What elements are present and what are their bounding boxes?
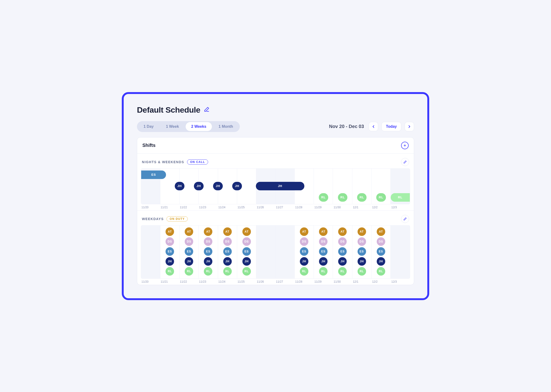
date-label: 11/28 (295, 206, 314, 209)
segment-option[interactable]: 2 Weeks (186, 122, 212, 131)
person-chip[interactable]: DS (319, 237, 327, 246)
person-chip[interactable]: JH (300, 257, 308, 266)
date-label: 11/24 (218, 206, 237, 209)
edit-title-icon[interactable] (204, 106, 210, 113)
shift-segment[interactable]: RL (357, 193, 367, 202)
app-frame: Default Schedule 1 Day1 Week2 Weeks1 Mon… (122, 92, 429, 300)
section-weekdays: WEEKDAYS ON DUTY ATDSESJHRLATDSESJHRLATD… (137, 211, 414, 285)
date-label: 11/24 (218, 280, 237, 283)
edit-section-button[interactable] (401, 215, 409, 223)
date-label: 11/23 (199, 280, 218, 283)
shift-segment[interactable]: JH (175, 182, 184, 190)
date-label: 11/30 (333, 280, 352, 283)
section-nights-weekends: NIGHTS & WEEKENDS ON CALL ESJHJHJHJHJHRL… (137, 154, 414, 211)
person-chip[interactable]: AT (358, 227, 366, 236)
section-title: NIGHTS & WEEKENDS (142, 160, 184, 164)
shift-segment[interactable]: ES (141, 170, 166, 179)
shift-segment[interactable]: JH (232, 182, 242, 190)
date-label: 11/22 (180, 206, 199, 209)
person-chip[interactable]: RL (204, 267, 212, 276)
day-column: ATDSESJHRL (218, 225, 237, 278)
date-labels: 11/2011/2111/2211/2311/2411/2511/2611/27… (141, 206, 410, 209)
person-chip[interactable]: RL (319, 267, 327, 276)
day-column: ATDSESJHRL (352, 225, 371, 278)
today-button[interactable]: Today (381, 122, 401, 131)
person-chip[interactable]: DS (300, 237, 308, 246)
person-chip[interactable]: DS (358, 237, 366, 246)
person-chip[interactable]: ES (166, 247, 174, 256)
section-title: WEEKDAYS (142, 217, 164, 221)
controls-row: 1 Day1 Week2 Weeks1 Month Nov 20 - Dec 0… (137, 121, 414, 132)
shift-segment[interactable]: JH (194, 182, 204, 190)
shift-segment[interactable]: JH (213, 182, 223, 190)
person-chip[interactable]: JH (185, 257, 193, 266)
person-chip[interactable]: JH (338, 257, 347, 266)
person-chip[interactable]: ES (338, 247, 347, 256)
person-chip[interactable]: RL (185, 267, 193, 276)
day-column: ATDSESJHRL (180, 225, 199, 278)
person-chip[interactable]: ES (223, 247, 232, 256)
person-chip[interactable]: ES (319, 247, 327, 256)
person-chip[interactable]: DS (166, 237, 174, 246)
title-row: Default Schedule (137, 105, 414, 114)
shift-segment[interactable]: RL (391, 193, 410, 202)
person-chip[interactable]: DS (204, 237, 212, 246)
shift-segment[interactable]: JH (256, 182, 304, 190)
person-chip[interactable]: JH (319, 257, 327, 266)
person-chip[interactable]: JH (204, 257, 212, 266)
person-chip[interactable]: DS (377, 237, 385, 246)
person-chip[interactable]: RL (338, 267, 347, 276)
day-column (141, 225, 160, 278)
date-label: 12/1 (352, 280, 371, 283)
person-chip[interactable]: ES (358, 247, 366, 256)
person-chip[interactable]: DS (242, 237, 251, 246)
prev-range-button[interactable] (369, 122, 378, 131)
person-chip[interactable]: RL (358, 267, 366, 276)
page-title: Default Schedule (137, 105, 200, 114)
add-shift-button[interactable] (401, 142, 409, 149)
person-chip[interactable]: DS (223, 237, 232, 246)
person-chip[interactable]: AT (223, 227, 232, 236)
shift-segment[interactable]: RL (319, 193, 328, 202)
shift-segment[interactable]: RL (376, 193, 386, 202)
next-range-button[interactable] (405, 122, 414, 131)
person-chip[interactable]: JH (377, 257, 385, 266)
person-chip[interactable]: RL (223, 267, 232, 276)
person-chip[interactable]: JH (242, 257, 251, 266)
person-chip[interactable]: RL (242, 267, 251, 276)
segment-option[interactable]: 1 Day (138, 122, 160, 131)
person-chip[interactable]: ES (185, 247, 193, 256)
shift-segment[interactable]: RL (338, 193, 348, 202)
person-chip[interactable]: AT (300, 227, 308, 236)
day-column: ATDSESJHRL (160, 225, 180, 278)
date-label: 12/1 (352, 206, 371, 209)
person-chip[interactable]: AT (319, 227, 327, 236)
person-chip[interactable]: RL (300, 267, 308, 276)
person-chip[interactable]: AT (377, 227, 385, 236)
date-label: 11/28 (295, 280, 314, 283)
date-label: 11/29 (314, 280, 333, 283)
person-chip[interactable]: ES (204, 247, 212, 256)
person-chip[interactable]: AT (242, 227, 251, 236)
person-chip[interactable]: AT (338, 227, 347, 236)
person-chip[interactable]: DS (338, 237, 347, 246)
segment-option[interactable]: 1 Week (160, 122, 185, 131)
person-chip[interactable]: RL (166, 267, 174, 276)
person-chip[interactable]: ES (242, 247, 251, 256)
segment-option[interactable]: 1 Month (213, 122, 239, 131)
person-chip[interactable]: AT (204, 227, 212, 236)
person-chip[interactable]: RL (377, 267, 385, 276)
person-chip[interactable]: ES (300, 247, 308, 256)
day-column: ATDSESJHRL (295, 225, 314, 278)
date-label: 11/27 (276, 206, 295, 209)
date-label: 11/29 (314, 206, 333, 209)
person-chip[interactable]: AT (166, 227, 174, 236)
person-chip[interactable]: JH (223, 257, 232, 266)
date-label: 12/2 (371, 280, 391, 283)
person-chip[interactable]: DS (185, 237, 193, 246)
person-chip[interactable]: JH (166, 257, 174, 266)
person-chip[interactable]: AT (185, 227, 193, 236)
person-chip[interactable]: JH (358, 257, 366, 266)
edit-section-button[interactable] (401, 158, 409, 166)
person-chip[interactable]: ES (377, 247, 385, 256)
